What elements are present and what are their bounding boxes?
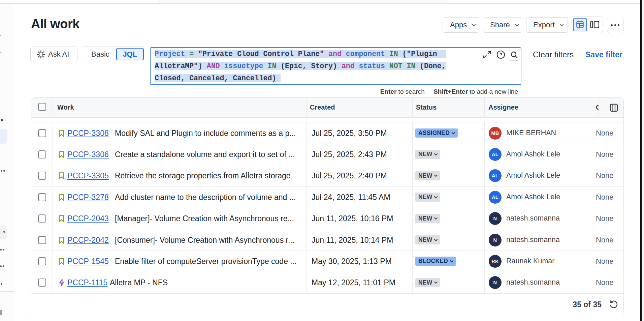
svg-text:?: ? xyxy=(500,52,503,57)
